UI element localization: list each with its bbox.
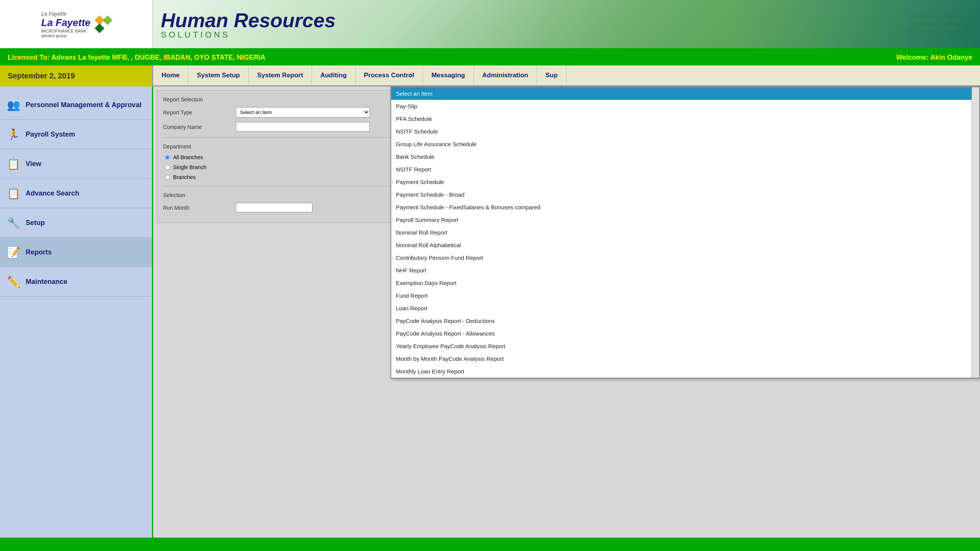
sidebar-icon-payroll: 🏃: [6, 127, 21, 142]
radio-all-branches-label: All Branches: [173, 154, 203, 160]
binary-decoration: 01010110 1010101110100101 01010101011010…: [908, 14, 972, 35]
sidebar-label-view: View: [26, 160, 41, 168]
dropdown-list-item[interactable]: PayCode Analysis Report - Deductions: [391, 315, 979, 327]
sidebar-label-advance-search: Advance Search: [26, 189, 79, 197]
dropdown-item-placeholder[interactable]: Select an Item: [391, 87, 979, 100]
sidebar-label-setup: Setup: [26, 219, 45, 227]
logo-text: La Fayette La Fayette MICROFINANCE BANK …: [41, 11, 91, 38]
dropdown-list-item[interactable]: Pay-Slip: [391, 100, 979, 112]
radio-single-branch-label: Single Branch: [173, 164, 206, 170]
nav-item-messaging[interactable]: Messaging: [423, 65, 474, 85]
date-section: September 2, 2019: [0, 65, 153, 86]
sidebar-item-personnel[interactable]: 👥Personnel Management & Approval: [0, 90, 152, 120]
sidebar-icon-setup: 🔧: [6, 215, 21, 230]
sidebar-icon-advance-search: 📋: [6, 186, 21, 201]
logo-section: La Fayette La Fayette MICROFINANCE BANK …: [0, 0, 153, 48]
sidebar: 👥Personnel Management & Approval🏃Payroll…: [0, 86, 153, 546]
sidebar-label-personnel: Personnel Management & Approval: [26, 101, 141, 109]
sidebar-item-advance-search[interactable]: 📋Advance Search: [0, 179, 152, 208]
dropdown-list-item[interactable]: NHF Report: [391, 264, 979, 277]
radio-single-branch-input[interactable]: [165, 165, 170, 170]
dropdown-list-item[interactable]: NSITF Report: [391, 163, 979, 176]
nav-item-process-control[interactable]: Process Control: [356, 65, 423, 85]
sidebar-icon-personnel: 👥: [6, 97, 21, 112]
sidebar-item-view[interactable]: 📋View: [0, 149, 152, 179]
nav-item-sup[interactable]: Sup: [537, 65, 567, 85]
dropdown-list-item[interactable]: Yearly Employee PayCode Analysis Report: [391, 340, 979, 352]
radio-all-branches-input[interactable]: [165, 155, 170, 160]
nav-item-system-report[interactable]: System Report: [249, 65, 312, 85]
hr-title: Human Resources: [161, 9, 336, 32]
current-date: September 2, 2019: [8, 72, 75, 80]
company-name-input[interactable]: [236, 122, 370, 132]
dropdown-list-item[interactable]: Monthly Loan Entry Report: [391, 365, 979, 378]
dropdown-list-item[interactable]: Contributory Pension Fund Report: [391, 251, 979, 264]
logo-diamonds: [96, 17, 111, 32]
report-area: Report Selection Report Type Select an I…: [153, 86, 980, 546]
diamond-green-dark: [95, 23, 105, 33]
dropdown-list-item[interactable]: Payment Schedule - FixedSalaries & Bonus…: [391, 201, 979, 214]
radio-branches-input[interactable]: [165, 175, 170, 180]
welcome-text: Welcome: Akin Odanye: [896, 54, 972, 62]
sidebar-label-maintenance: Maintenance: [26, 278, 67, 286]
sidebar-item-setup[interactable]: 🔧Setup: [0, 208, 152, 238]
diamond-green-light: [103, 15, 113, 25]
header-right: Human Resources SOLUTIONS 01010110 10101…: [153, 0, 980, 48]
sidebar-icon-maintenance: ✏️: [6, 274, 21, 289]
main-content: 👥Personnel Management & Approval🏃Payroll…: [0, 86, 980, 546]
logo-text-block: La Fayette La Fayette MICROFINANCE BANK …: [41, 11, 111, 38]
nav-item-administration[interactable]: Administration: [474, 65, 537, 85]
dropdown-list-item[interactable]: Payment Schedule - Broad: [391, 188, 979, 201]
dropdown-list-item[interactable]: Exemption Days Report: [391, 277, 979, 289]
logo-sub1: MICROFINANCE BANK: [41, 29, 91, 33]
nav-bar: September 2, 2019 HomeSystem SetupSystem…: [0, 65, 980, 86]
dropdown-scrollbar[interactable]: [972, 87, 979, 378]
header-bg-decoration: 01010110 1010101110100101 01010101011010…: [484, 0, 980, 48]
logo-la: La Fayette: [41, 11, 91, 17]
nav-menu: HomeSystem SetupSystem ReportAuditingPro…: [153, 65, 980, 86]
sidebar-label-payroll: Payroll System: [26, 130, 75, 139]
dropdown-list-item[interactable]: PFA Schedule: [391, 112, 979, 125]
report-type-select[interactable]: Select an Item: [236, 107, 370, 117]
nav-item-system-setup[interactable]: System Setup: [188, 65, 248, 85]
license-text: Licensed To: Advans La fayette MFB, , DU…: [8, 54, 265, 62]
sidebar-icon-reports: 📝: [6, 245, 21, 260]
run-month-input[interactable]: [236, 203, 312, 212]
nav-item-home[interactable]: Home: [153, 65, 188, 85]
dropdown-list-item[interactable]: Loan Report: [391, 302, 979, 315]
report-type-label: Report Type: [163, 109, 232, 116]
run-month-label: Run Month: [163, 205, 232, 211]
hr-title-block: Human Resources SOLUTIONS: [161, 9, 336, 40]
nav-item-auditing[interactable]: Auditing: [312, 65, 356, 85]
dropdown-list-item[interactable]: Month by Month PayCode Analysis Report: [391, 352, 979, 365]
dropdown-list-item[interactable]: Nominal Roll Alphabetical: [391, 239, 979, 251]
bottom-bar: [0, 538, 980, 551]
dropdown-list-item[interactable]: Group Life Assurance Schedule: [391, 138, 979, 150]
dropdown-list-item[interactable]: Nominal Roll Report: [391, 226, 979, 239]
logo-sub2: advans group: [41, 33, 91, 38]
sidebar-item-maintenance[interactable]: ✏️Maintenance: [0, 267, 152, 297]
logo-brand: La Fayette: [41, 17, 91, 29]
dropdown-list-item[interactable]: Payment Schedule: [391, 176, 979, 188]
sidebar-icon-view: 📋: [6, 156, 21, 171]
sidebar-item-payroll[interactable]: 🏃Payroll System: [0, 120, 152, 149]
dropdown-list-item[interactable]: Payroll Summary Report: [391, 214, 979, 226]
radio-branches-label: Branches: [173, 174, 196, 180]
dropdown-list-item[interactable]: Fund Report: [391, 289, 979, 302]
header: La Fayette La Fayette MICROFINANCE BANK …: [0, 0, 980, 50]
company-name-label: Company Name: [163, 124, 232, 130]
dropdown-list-item[interactable]: NSITF Schedule: [391, 125, 979, 138]
report-type-dropdown: Select an Item Pay-SlipPFA ScheduleNSITF…: [390, 86, 980, 378]
sidebar-label-reports: Reports: [26, 248, 52, 256]
dropdown-list-item[interactable]: PayCode Analysis Report - Allowances: [391, 327, 979, 340]
dropdown-list-item[interactable]: Bank Schedule: [391, 150, 979, 163]
license-bar: Licensed To: Advans La fayette MFB, , DU…: [0, 50, 980, 65]
sidebar-item-reports[interactable]: 📝Reports: [0, 238, 152, 267]
